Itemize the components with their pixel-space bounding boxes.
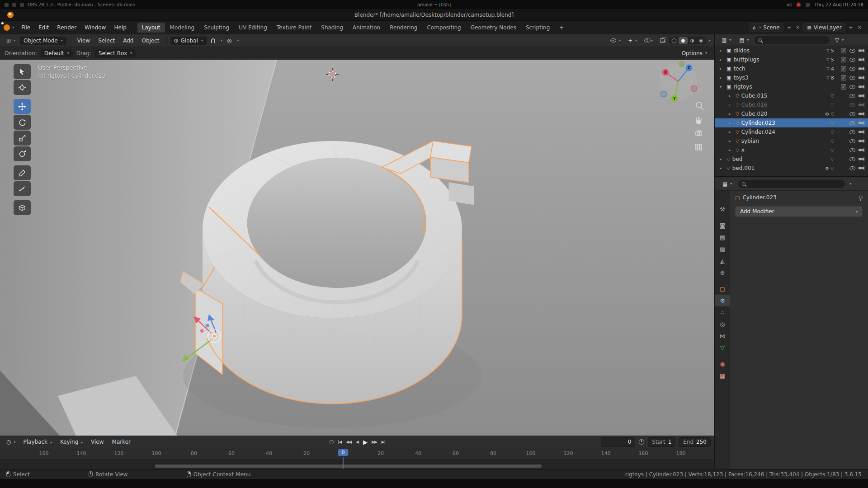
recording-indicator-icon[interactable] <box>796 2 801 7</box>
add-modifier-button[interactable]: Add Modifier ▾ <box>735 206 863 217</box>
tab-shading[interactable]: Shading <box>316 23 348 33</box>
eye-icon[interactable] <box>849 76 855 80</box>
tab-rendering[interactable]: Rendering <box>385 23 422 33</box>
menu-timeline-view[interactable]: View <box>88 438 107 446</box>
menu-playback[interactable]: Playback ▾ <box>20 438 55 446</box>
menu-object[interactable]: Object <box>138 37 162 45</box>
menu-keying[interactable]: Keying ▾ <box>57 438 86 446</box>
outliner-row-object[interactable]: ▸ ▽ Cube.016 ▽ <box>715 100 868 109</box>
drag-dropdown[interactable]: Select Box ▾ <box>95 49 136 57</box>
menu-marker[interactable]: Marker <box>109 438 134 446</box>
outliner-row-collection[interactable]: ▾ ▣ rigtoys ✓ <box>715 82 868 91</box>
eye-icon[interactable] <box>849 121 855 125</box>
properties-search-input[interactable] <box>738 180 845 188</box>
unlink-scene-button[interactable]: × <box>795 24 801 30</box>
outliner-row-object[interactable]: ▸ ▽ sybian ▽ <box>715 136 868 145</box>
camera-icon[interactable] <box>859 49 864 53</box>
preview-range-clock-icon[interactable] <box>639 439 644 445</box>
tool-measure-button[interactable] <box>14 181 31 196</box>
outliner-row-collection[interactable]: ▸ ▣ tech ▽4 ✓ <box>715 64 868 73</box>
render-tab[interactable]: ◙ <box>715 220 730 231</box>
shading-wireframe-button[interactable]: ◯ <box>670 37 679 44</box>
tab-compositing[interactable]: Compositing <box>422 23 465 33</box>
transform-orientation-dropdown[interactable]: ⊕ Global ▾ <box>170 37 207 45</box>
editor-type-selector[interactable]: ⊞ ▾ <box>4 37 18 45</box>
tab-sculpting[interactable]: Sculpting <box>199 23 234 33</box>
outliner-editor-selector[interactable]: ▥ ▾ <box>719 36 734 44</box>
eye-icon[interactable] <box>849 112 855 116</box>
display-mode-dropdown[interactable]: ▤ ▾ <box>736 36 751 44</box>
camera-icon[interactable] <box>859 148 864 152</box>
disclosure-icon[interactable]: ▸ <box>729 130 733 134</box>
camera-icon[interactable] <box>859 94 864 98</box>
axis-neg-x-handle[interactable] <box>691 86 697 92</box>
camera-icon[interactable] <box>859 103 864 107</box>
outliner-row-object[interactable]: ▸ ▽ Cube.020 ⚙▽ <box>715 109 868 118</box>
checkbox-icon[interactable]: ✓ <box>841 66 846 71</box>
add-workspace-button[interactable]: + <box>555 23 568 33</box>
snap-dropdown-arrow-icon[interactable]: ▾ <box>221 38 222 42</box>
jump-to-start-button[interactable]: |◀ <box>338 440 341 444</box>
menu-window[interactable]: Window <box>81 23 109 32</box>
eye-icon[interactable] <box>849 67 855 71</box>
tab-animation[interactable]: Animation <box>348 23 385 33</box>
orientation-dropdown[interactable]: Default ▾ <box>41 49 73 57</box>
checkbox-icon[interactable]: ✓ <box>841 75 846 80</box>
menu-help[interactable]: Help <box>110 23 130 32</box>
outliner-search-input[interactable] <box>755 36 830 44</box>
3d-viewport[interactable]: X Y Z <box>0 60 714 436</box>
disclosure-icon[interactable]: ▸ <box>729 148 733 152</box>
tool-annotate-button[interactable] <box>14 165 31 180</box>
material-tab[interactable]: ◉ <box>715 358 730 370</box>
tool-scale-button[interactable] <box>14 131 31 145</box>
disclosure-icon[interactable]: ▸ <box>720 48 724 53</box>
options-dropdown[interactable]: Options ▾ <box>679 49 710 57</box>
tray-icon[interactable] <box>806 3 810 7</box>
tab-modeling[interactable]: Modeling <box>165 23 199 33</box>
mode-dropdown[interactable]: Object Mode ▾ <box>20 37 66 45</box>
modifiers-tab[interactable]: ⚙ <box>715 295 730 306</box>
axis-neg-y-handle[interactable] <box>679 61 685 67</box>
menu-edit[interactable]: Edit <box>35 23 52 32</box>
visibility-dropdown[interactable]: ▾ <box>608 38 623 43</box>
menu-select[interactable]: Select <box>95 37 118 45</box>
texture-tab[interactable]: ▦ <box>715 370 730 381</box>
tab-geometry-nodes[interactable]: Geometry Nodes <box>466 23 521 33</box>
checkbox-icon[interactable]: ✓ <box>841 48 846 53</box>
disclosure-icon[interactable]: ▸ <box>729 121 733 125</box>
xray-toggle[interactable] <box>657 38 667 44</box>
tab-scripting[interactable]: Scripting <box>521 23 554 33</box>
camera-icon[interactable] <box>859 121 864 125</box>
disclosure-icon[interactable]: ▸ <box>720 75 724 80</box>
output-tab[interactable]: ▤ <box>715 231 730 243</box>
outliner-row-collection[interactable]: ▸ ▣ dildos ▽5 ✓ <box>715 46 868 55</box>
disclosure-icon[interactable]: ▸ <box>729 103 733 107</box>
physics-tab[interactable]: ◎ <box>715 318 730 330</box>
outliner-row-collection[interactable]: ▸ ▣ buttplugs ▽5 ✓ <box>715 55 868 64</box>
breadcrumb-object-name[interactable]: Cylinder.023 <box>742 194 776 201</box>
disclosure-icon[interactable]: ▾ <box>720 84 724 89</box>
outliner-row-object[interactable]: ▸ ▽ Cylinder.024 ▽ <box>715 127 868 136</box>
eye-icon[interactable] <box>849 49 855 53</box>
tool-transform-button[interactable] <box>14 146 31 161</box>
tool-tab[interactable]: ⚒ <box>715 203 730 215</box>
tool-move-button[interactable] <box>14 99 31 114</box>
app-launcher-icon[interactable] <box>5 3 9 7</box>
shading-material-button[interactable]: ◑ <box>688 37 697 44</box>
camera-icon[interactable] <box>859 76 864 80</box>
play-button[interactable]: ▶ <box>363 439 367 446</box>
snap-toggle[interactable] <box>208 38 218 44</box>
disclosure-icon[interactable]: ▸ <box>729 112 733 116</box>
timeline-scrollbar[interactable] <box>155 465 542 468</box>
blender-menu-button[interactable]: ▾ <box>4 24 14 31</box>
timeline-ruler[interactable]: -160 -140 -120 -100 -80 -60 -40 -20 0 20… <box>0 448 714 469</box>
eye-icon[interactable] <box>849 130 855 134</box>
object-tab[interactable]: ▢ <box>715 283 730 295</box>
new-scene-button[interactable]: + <box>786 24 792 30</box>
proportional-editing-toggle[interactable]: ◎ <box>224 37 234 45</box>
checkbox-icon[interactable]: ✓ <box>841 57 846 62</box>
start-frame-field[interactable]: Start 1 <box>648 437 675 447</box>
particles-tab[interactable]: ∴ <box>715 306 730 318</box>
tab-uv-editing[interactable]: UV Editing <box>234 23 272 33</box>
timeline-track-area[interactable] <box>0 459 714 469</box>
